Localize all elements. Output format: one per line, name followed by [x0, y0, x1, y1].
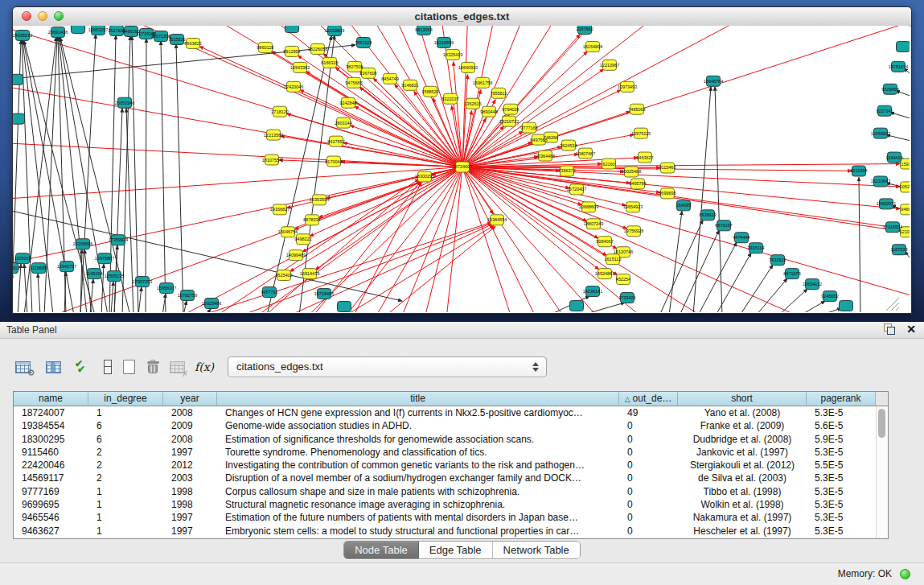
network-window[interactable]: citations_edges.txt 18724007183002951938…	[12, 6, 912, 314]
graph-node-label: 10654112	[803, 282, 822, 286]
table-cell-out_de: 0	[619, 485, 678, 498]
table-cell-pagerank: 5.3E-5	[807, 485, 876, 498]
table-source-value: citations_edges.txt	[236, 357, 323, 377]
network-canvas[interactable]: 1872400718300295193845547663822986012889…	[13, 26, 910, 312]
table-cell-in_degree: 2	[88, 472, 163, 484]
table-row[interactable]: 946554611997Estimation of the future num…	[14, 511, 888, 524]
table-row[interactable]: 2242004622012Investigating the contribut…	[14, 459, 888, 472]
table-cell-in_degree: 1	[88, 485, 163, 498]
table-cell-year: 1997	[163, 511, 217, 524]
graph-node-label: 15046756	[278, 229, 298, 234]
table-cell-short: Franke et al. (2009)	[678, 419, 807, 432]
scrollbar-thumb[interactable]	[878, 409, 885, 438]
graph-node-label: 1167533	[891, 247, 908, 252]
tab-network-table[interactable]: Network Table	[493, 542, 580, 558]
table-cell-short: Hescheler et al. (1997)	[678, 525, 807, 538]
graph-node-label: 8186328	[321, 60, 338, 65]
graph-node-label: 18107554	[262, 158, 281, 163]
graph-node-label: 19975887	[95, 256, 114, 261]
graph-node[interactable]	[13, 74, 23, 84]
tab-edge-table[interactable]: Edge Table	[419, 542, 493, 558]
float-panel-icon[interactable]	[884, 323, 895, 335]
graph-node[interactable]	[897, 41, 910, 51]
table-row[interactable]: 1830029562008Estimation of significance …	[14, 433, 888, 446]
tab-node-table[interactable]: Node Table	[344, 542, 419, 558]
create-new-column-icon[interactable]	[117, 356, 140, 378]
table-scrollbar[interactable]	[876, 406, 888, 538]
table-cell-year: 2008	[163, 406, 217, 419]
graph-node[interactable]	[338, 302, 351, 312]
graph-node-label: 9146821	[401, 83, 418, 88]
graph-node-label: 12093822	[871, 131, 890, 136]
graph-node-label: 12505135	[105, 274, 124, 278]
table-cell-out_de: 0	[619, 525, 678, 538]
column-header-pagerank[interactable]: pagerank	[807, 392, 876, 406]
network-window-titlebar[interactable]: citations_edges.txt	[13, 7, 911, 27]
table-row[interactable]: 969969511998Structural magnetic resonanc…	[14, 498, 888, 511]
table-cell-name: 9463627	[14, 525, 88, 538]
graph-node-label: 2935114	[748, 245, 765, 250]
graph-node[interactable]	[72, 26, 85, 33]
graph-node-label: 10543382	[290, 65, 310, 70]
table-rows: 1872400712008Changes of HCN gene express…	[14, 406, 888, 538]
delete-table-icon[interactable]: ✗	[166, 356, 188, 378]
table-cell-name: 9465546	[14, 511, 88, 524]
close-panel-icon[interactable]: ✕	[906, 323, 916, 335]
unselect-all-columns-icon[interactable]	[97, 356, 119, 378]
select-all-columns-icon[interactable]: ✔✔	[71, 356, 93, 378]
delete-columns-icon[interactable]	[142, 356, 164, 378]
graph-node-label: 12975115	[631, 131, 651, 136]
graph-node-label: 16958107	[157, 286, 176, 290]
table-row[interactable]: 1938455462009Genome-wide association stu…	[14, 419, 888, 432]
column-header-name[interactable]: name	[14, 392, 88, 406]
graph-node[interactable]	[570, 301, 584, 311]
graph-node[interactable]	[840, 301, 853, 311]
table-cell-pagerank: 5.6E-5	[807, 419, 876, 432]
citation-graph[interactable]: 1872400718300295193845547663822986012889…	[13, 26, 910, 312]
table-row[interactable]: 1456911722003Disruption of a novel membe…	[14, 472, 888, 484]
graph-node-label: 16120746	[614, 249, 633, 254]
graph-node-label: 9242848	[339, 101, 356, 105]
show-columns-icon[interactable]	[42, 356, 64, 378]
graph-node-label: 16782759	[178, 293, 197, 298]
table-cell-title: Structural magnetic resonance image aver…	[217, 498, 619, 511]
graph-node[interactable]	[13, 113, 25, 124]
graph-node-label: 20364486	[536, 154, 555, 159]
table-source-dropdown[interactable]: citations_edges.txt	[228, 356, 547, 377]
column-header-out_de[interactable]: △out_de…	[619, 392, 678, 406]
graph-node-label: 9245652	[821, 294, 838, 299]
table-cell-year: 1997	[163, 525, 217, 538]
table-cell-pagerank: 5.3E-5	[807, 525, 876, 538]
table-row[interactable]: 946362711997Embryonic stem cells: a mode…	[14, 525, 888, 538]
table-cell-year: 2008	[163, 433, 217, 446]
node-table[interactable]: namein_degreeyeartitle△out_de…shortpager…	[13, 391, 889, 539]
table-cell-short: Stergiakouli et al. (2012)	[678, 459, 807, 472]
function-builder-icon[interactable]: f(x)	[193, 356, 216, 378]
graph-node-label: 12942737	[57, 264, 76, 269]
table-panel-title: Table Panel	[6, 322, 57, 338]
table-cell-title: Estimation of significance thresholds fo…	[217, 433, 619, 446]
column-header-in_degree[interactable]: in_degree	[88, 392, 163, 406]
table-panel: Table Panel ✕ ⚙✔✔✗f(x) citations_edges.t…	[0, 322, 924, 585]
table-cell-name: 14569117	[14, 472, 88, 484]
graph-node-label: 20691406	[48, 30, 68, 35]
graph-node[interactable]	[285, 26, 299, 32]
table-row[interactable]: 1872400712008Changes of HCN gene express…	[14, 406, 888, 419]
table-cell-pagerank: 5.9E-5	[807, 433, 876, 446]
table-row[interactable]: 911546021997Tourette syndrome. Phenomeno…	[14, 446, 888, 459]
graph-node-label: 8495784	[629, 181, 646, 186]
graph-node-label: 12923466	[202, 301, 221, 306]
column-header-short[interactable]: short	[678, 392, 807, 406]
table-cell-pagerank: 5.3E-5	[807, 446, 876, 459]
table-cell-year: 2003	[163, 472, 217, 484]
table-row[interactable]: 977716911998Corpus callosum shape and si…	[14, 485, 888, 498]
table-mode-icon[interactable]: ⚙	[11, 356, 34, 378]
column-header-year[interactable]: year	[163, 392, 217, 406]
graph-node-label: 19218596	[434, 40, 454, 45]
graph-node-label: 7857224	[355, 40, 372, 45]
table-cell-year: 1998	[163, 498, 217, 511]
graph-node-label: 19756928	[624, 229, 643, 233]
graph-node-label: 19166827	[270, 207, 290, 212]
column-header-title[interactable]: title	[217, 392, 619, 406]
graph-node-label: 18807249	[584, 221, 603, 226]
